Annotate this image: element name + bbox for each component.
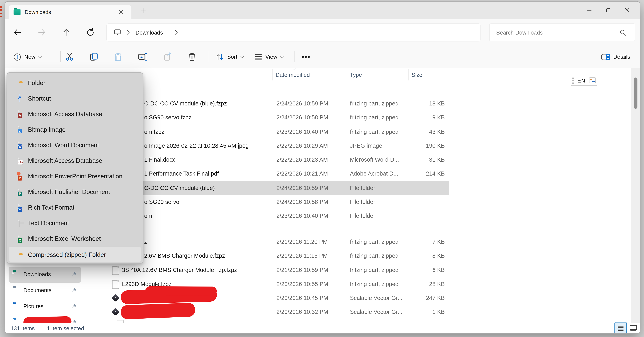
language-indicator[interactable]: EN	[571, 76, 598, 85]
sidebar-item[interactable]: Pictures	[8, 299, 81, 315]
menu-item[interactable]: Compressed (zipped) Folder	[9, 247, 141, 262]
table-row[interactable]: 3S 40A 12.6V BMS Charger Module_fzp.fzpz…	[108, 263, 449, 277]
table-row[interactable]: 2.6V BMS Charger Module.fzpz 2/21/2026 1…	[108, 249, 449, 263]
file-size: 247 KB	[379, 295, 445, 301]
up-button[interactable]	[62, 28, 71, 37]
table-row[interactable]: o Image 2026-02-22 at 10.28.45 AM.jpeg 2…	[108, 139, 449, 153]
plus-circle-icon	[13, 53, 21, 61]
language-indicator-underline	[571, 85, 597, 86]
menu-item[interactable]: W Microsoft Word Document	[9, 137, 141, 153]
toolbar-divider	[208, 51, 208, 62]
file-name: o Image 2026-02-22 at 10.28.45 AM.jpeg	[144, 142, 249, 149]
file-name: C-DC CC CV module (blue)	[144, 185, 215, 191]
menu-item-label: Microsoft PowerPoint Presentation	[28, 173, 122, 180]
this-pc-icon	[113, 28, 122, 36]
column-separator	[408, 69, 408, 80]
table-row[interactable]: om.fzpz 2/23/2026 10:40 PM fritzing part…	[108, 125, 449, 139]
delete-button[interactable]	[187, 50, 197, 63]
menu-item-icon	[15, 250, 24, 259]
menu-item[interactable]: X Microsoft Excel Worksheet	[9, 231, 141, 247]
search-input[interactable]	[495, 29, 616, 36]
details-pane-button[interactable]: Details	[601, 50, 630, 63]
table-row[interactable]: 2/20/2026 10:45 PM Scalable Vector Gr...…	[108, 291, 449, 306]
table-row[interactable]: C-DC CC CV module (blue) 2/24/2026 10:59…	[108, 181, 449, 195]
menu-item-icon	[15, 125, 24, 133]
paste-button[interactable]	[113, 50, 123, 63]
file-size: 6 KB	[379, 267, 445, 273]
close-button[interactable]	[618, 4, 636, 16]
vertical-scrollbar[interactable]	[631, 68, 640, 323]
view-button[interactable]: View	[254, 50, 284, 63]
column-header-size[interactable]: Size	[412, 72, 422, 78]
search-icon	[619, 29, 626, 36]
new-tab-button[interactable]	[138, 6, 148, 15]
table-row[interactable]: o SG90 servo.fzpz 2/24/2026 10:58 PM fri…	[108, 111, 449, 125]
forward-button[interactable]	[38, 28, 46, 37]
more-options-button[interactable]: •••	[302, 50, 311, 63]
paste-icon	[113, 52, 123, 61]
tab-downloads[interactable]: Downloads	[8, 5, 132, 19]
share-button[interactable]	[163, 50, 172, 63]
cut-button[interactable]	[65, 50, 74, 63]
menu-item-label: Compressed (zipped) Folder	[28, 251, 106, 258]
file-date-modified: 2/20/2026 10:55 PM	[276, 281, 328, 287]
search-box[interactable]	[489, 23, 635, 41]
copy-button[interactable]	[89, 50, 98, 63]
sidebar-item[interactable]: Documents	[8, 283, 81, 299]
file-date-modified: 2/24/2026 10:59 PM	[276, 100, 328, 107]
column-separator	[450, 69, 450, 80]
sidebar-item[interactable]: Downloads	[8, 267, 81, 283]
details-view-icon	[617, 326, 624, 331]
file-type-icon	[112, 280, 119, 289]
sidebar-item-label: Pictures	[23, 303, 43, 309]
file-rows: C-DC CC CV module (blue).fzpz 2/24/2026 …	[108, 97, 449, 320]
details-pane-icon	[601, 53, 610, 60]
details-view-toggle[interactable]	[614, 322, 627, 334]
column-header-type[interactable]: Type	[350, 72, 362, 78]
menu-item[interactable]: Shortcut	[9, 90, 141, 106]
address-bar[interactable]: Downloads	[106, 23, 480, 41]
tab-close-button[interactable]	[118, 8, 124, 15]
menu-item[interactable]: P Microsoft PowerPoint Presentation	[9, 168, 141, 184]
table-row[interactable]: C-DC CC CV module (blue).fzpz 2/24/2026 …	[108, 97, 449, 111]
selected-count: 1 item selected	[47, 326, 84, 332]
language-label[interactable]: EN	[578, 77, 586, 83]
toolbar-divider	[294, 51, 295, 62]
sidebar-item-label: Downloads	[23, 271, 51, 278]
file-size: 43 KB	[379, 128, 445, 135]
column-header-date[interactable]: Date modified	[276, 72, 310, 78]
back-button[interactable]	[13, 28, 22, 37]
table-row[interactable]: 2/20/2026 10:32 PM Scalable Vector Gr...…	[108, 306, 449, 320]
sidebar-item[interactable]	[8, 315, 81, 323]
screenshot-stage: Downloads	[0, 0, 644, 337]
maximize-button[interactable]	[599, 4, 618, 16]
table-row[interactable]: z 2/21/2026 11:20 PM fritzing part, zipp…	[108, 235, 449, 249]
file-size: 190 KB	[379, 142, 445, 149]
new-item-context-menu: Folder Shortcut A Microsoft Access Datab…	[6, 72, 143, 264]
scrollbar-thumb[interactable]	[634, 77, 638, 109]
status-divider	[43, 325, 43, 332]
table-row[interactable]: 1 Performance Task Final.pdf 2/22/2026 1…	[108, 167, 449, 181]
table-row[interactable]: 1 Final.docx 2/22/2026 10:23 AM Microsof…	[108, 153, 449, 167]
menu-item[interactable]: P Microsoft Publisher Document	[9, 184, 141, 200]
file-date-modified: 2/23/2026 10:40 PM	[276, 128, 328, 135]
minimize-button[interactable]	[580, 4, 599, 16]
menu-item[interactable]: W Rich Text Format	[9, 200, 141, 215]
breadcrumb[interactable]: Downloads	[136, 29, 163, 35]
menu-item-label: Microsoft Word Document	[28, 141, 99, 149]
sort-button[interactable]: Sort	[215, 50, 244, 63]
thumbnail-view-toggle[interactable]	[628, 322, 639, 334]
table-row[interactable]: om 2/23/2026 10:40 PM File folder	[108, 209, 449, 224]
menu-item[interactable]: Folder	[9, 75, 141, 90]
table-row[interactable]: o SG90 servo 2/24/2026 10:58 PM File fol…	[108, 195, 449, 209]
menu-item[interactable]: Text Document	[9, 215, 141, 231]
menu-item[interactable]: Microsoft Access Database	[9, 153, 141, 168]
new-button[interactable]: New	[13, 50, 42, 63]
refresh-button[interactable]	[86, 28, 95, 37]
rename-button[interactable]: A	[138, 50, 148, 63]
touch-keyboard-icon[interactable]	[589, 77, 596, 83]
menu-item[interactable]: A Microsoft Access Database	[9, 106, 141, 122]
drag-grip-icon[interactable]	[572, 77, 574, 84]
menu-item-icon: W	[15, 141, 24, 149]
menu-item[interactable]: Bitmap image	[9, 122, 141, 137]
